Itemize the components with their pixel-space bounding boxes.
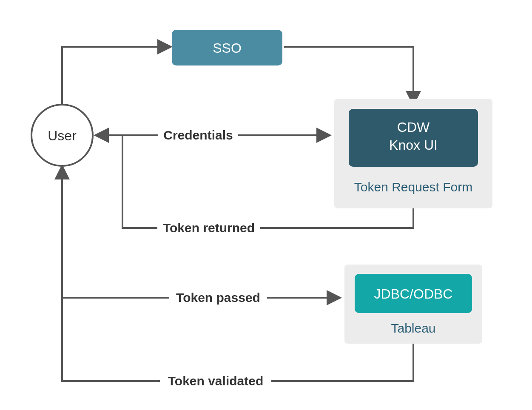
edge-sso-to-knox — [284, 47, 413, 104]
node-knox-ui-label-line1: CDW — [397, 120, 430, 135]
edge-credentials-label: Credentials — [163, 128, 233, 142]
edge-token-returned-label: Token returned — [163, 221, 255, 235]
node-knox-ui-label-line2: Knox UI — [389, 137, 438, 153]
edge-token-validated-label: Token validated — [168, 374, 264, 388]
node-jdbc-odbc-label: JDBC/ODBC — [374, 286, 453, 302]
node-sso-label: SSO — [213, 40, 242, 56]
auth-flow-diagram: Credentials Token returned Token passed … — [0, 0, 532, 410]
panel-tableau-caption: Tableau — [391, 321, 435, 335]
panel-token-request-form-caption: Token Request Form — [354, 180, 472, 194]
edge-user-to-sso — [62, 47, 170, 108]
edge-token-passed-label: Token passed — [176, 290, 260, 305]
node-user-label: User — [48, 128, 77, 143]
